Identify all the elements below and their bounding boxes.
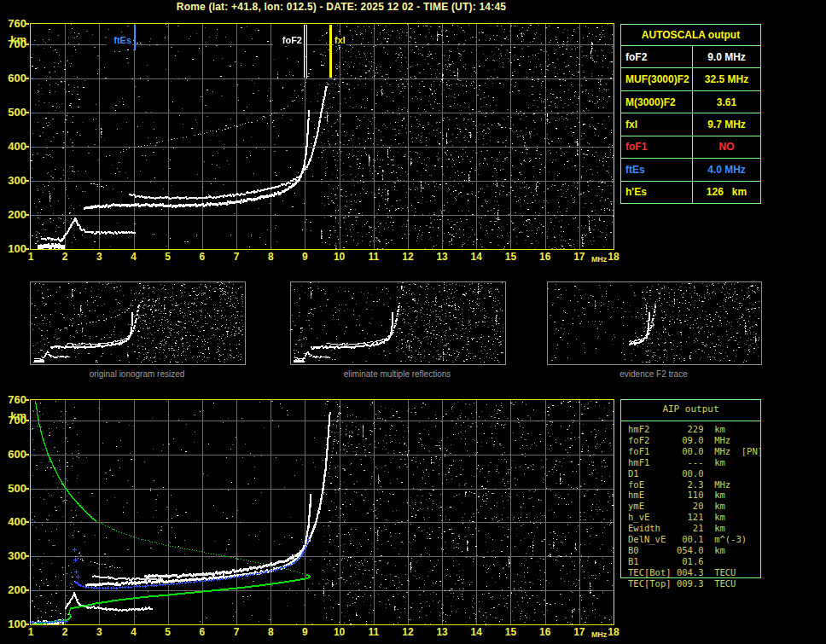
x-tick-label: 9 [302, 627, 308, 637]
fxi-marker-label: fxI [334, 35, 346, 45]
x-tick-label: 1 [28, 252, 34, 262]
axis-tick [25, 624, 29, 625]
top-ionogram-canvas [31, 24, 614, 249]
x-tick-label: 17 [573, 252, 585, 262]
thumbnail-f2-canvas [548, 282, 759, 363]
thumbnail-original-ionogram [30, 281, 246, 365]
x-tick-label: 13 [436, 627, 447, 637]
autoscala-row-label: foF1 [621, 136, 693, 158]
fof2-marker-line [306, 25, 307, 78]
y-tick-label: 100 [0, 243, 26, 254]
axis-tick [25, 555, 29, 557]
autoscala-row: h'Es126 km [621, 182, 760, 203]
x-tick-label: 13 [436, 252, 447, 262]
y-tick-label: 200 [0, 584, 26, 595]
autoscala-table-rows: foF29.0 MHzMUF(3000)F232.5 MHzM(3000)F23… [621, 46, 760, 203]
autoscala-app-window: { "title": "Rome (lat: +41.8, lon: 012.5… [0, 0, 826, 644]
y-tick-label: 300 [0, 175, 26, 186]
x-axis-unit-label: MHz [591, 256, 608, 264]
ftes-marker-line [134, 25, 136, 50]
x-tick-label: 12 [402, 627, 413, 637]
autoscala-row-value: NO [693, 141, 760, 153]
x-tick-label: 10 [334, 627, 345, 637]
y-tick-label: 100 [0, 618, 26, 629]
thumbnail-f2-trace [547, 281, 762, 365]
axis-tick [25, 214, 29, 216]
y-tick-label: 500 [0, 483, 26, 494]
axis-tick [25, 112, 29, 113]
axis-tick [25, 180, 29, 182]
y-tick-label: 300 [0, 550, 26, 561]
axis-tick [25, 589, 29, 591]
thumbnail-eliminate-canvas [291, 282, 503, 363]
autoscala-row-value: 9.0 MHz [693, 51, 760, 63]
bottom-ionogram-canvas [31, 400, 614, 624]
thumbnail-original-canvas [31, 282, 243, 363]
aip-title-divider [621, 421, 760, 421]
x-tick-label: 16 [539, 252, 550, 262]
x-tick-label: 5 [165, 252, 171, 262]
y-axis-unit-label: km [0, 34, 26, 45]
y-tick-label: 500 [0, 107, 26, 118]
x-tick-label: 7 [234, 252, 240, 262]
aip-table-rows: hmF2 229 km foF2 09.0 MHz foF1 00.0 MHz … [628, 424, 763, 589]
x-tick-label: 15 [505, 627, 516, 637]
fof2-marker-line [304, 25, 305, 78]
y-tick-label: 760 [0, 394, 26, 405]
x-tick-label: 16 [539, 627, 550, 637]
autoscala-output-table: AUTOSCALA output foF29.0 MHzMUF(3000)F23… [620, 24, 761, 204]
thumbnail-original-caption: original ionogram resized [30, 369, 244, 379]
autoscala-row-value: 32.5 MHz [693, 73, 760, 85]
thumbnail-eliminate-caption: eliminate multiple reflections [290, 369, 504, 379]
ftes-marker-label: ftEs [107, 35, 132, 45]
axis-tick [25, 248, 29, 250]
fof2-marker-label: foF2 [273, 35, 303, 45]
autoscala-row-value: 4.0 MHz [693, 164, 760, 176]
thumbnail-f2-caption: evidence F2 trace [547, 369, 760, 379]
autoscala-row-label: ftEs [621, 159, 693, 180]
x-tick-label: 5 [165, 627, 171, 637]
top-ionogram-plot: ftEsfoF2fxI [30, 23, 614, 250]
x-tick-label: 2 [62, 252, 68, 262]
autoscala-row-label: foF2 [621, 46, 693, 67]
autoscala-row-label: fxI [621, 113, 693, 135]
autoscala-row: MUF(3000)F232.5 MHz [621, 68, 760, 90]
x-tick-label: 17 [573, 627, 585, 637]
y-axis-unit-label: km [0, 410, 26, 421]
autoscala-row-value: 9.7 MHz [693, 119, 760, 131]
axis-tick [25, 454, 29, 455]
autoscala-row: fxI9.7 MHz [621, 113, 760, 136]
x-tick-label: 12 [402, 252, 413, 262]
x-tick-label: 18 [608, 252, 619, 262]
y-tick-label: 400 [0, 141, 26, 152]
x-tick-label: 14 [471, 627, 482, 637]
x-tick-label: 9 [302, 252, 308, 262]
x-tick-label: 14 [471, 252, 482, 262]
x-tick-label: 15 [505, 252, 516, 262]
y-tick-label: 760 [0, 18, 26, 29]
axis-tick [25, 78, 29, 79]
x-tick-label: 11 [368, 252, 379, 262]
page-title: Rome (lat: +41.8, lon: 012.5) - DATE: 20… [0, 1, 683, 13]
x-tick-label: 2 [62, 627, 68, 637]
axis-tick [25, 488, 29, 490]
x-tick-label: 11 [368, 627, 379, 637]
x-tick-label: 4 [131, 627, 137, 637]
aip-table-title: AIP output [620, 404, 761, 415]
x-tick-label: 18 [608, 627, 619, 637]
autoscala-table-title: AUTOSCALA output [621, 25, 760, 46]
x-tick-label: 8 [268, 627, 274, 637]
autoscala-row: foF29.0 MHz [621, 46, 760, 68]
x-tick-label: 6 [200, 627, 206, 637]
axis-tick [25, 146, 29, 148]
x-tick-label: 7 [234, 627, 240, 637]
autoscala-row: foF1NO [621, 136, 760, 159]
y-tick-label: 600 [0, 73, 26, 84]
axis-tick [25, 399, 29, 401]
x-tick-label: 10 [334, 252, 345, 262]
bottom-ionogram-plot [30, 399, 614, 625]
y-tick-label: 200 [0, 209, 26, 220]
x-tick-label: 8 [268, 252, 274, 262]
fxi-marker-line [329, 25, 332, 78]
autoscala-row-label: M(3000)F2 [621, 91, 693, 113]
